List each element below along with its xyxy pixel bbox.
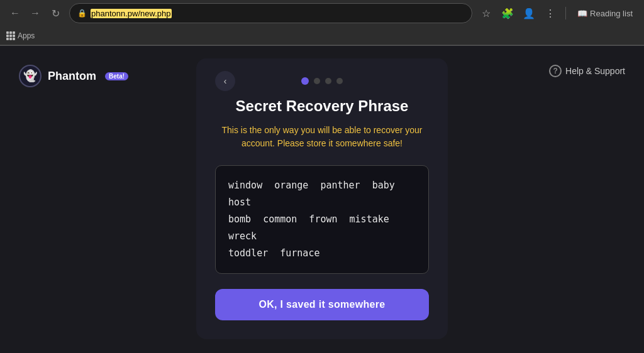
help-icon: ? xyxy=(549,65,562,77)
progress-dot-4 xyxy=(336,78,343,84)
divider xyxy=(565,7,566,19)
card-title: Secret Recovery Phrase xyxy=(215,97,429,115)
lock-icon: 🔒 xyxy=(77,9,87,18)
beta-badge: Beta! xyxy=(105,72,128,80)
phantom-name: Phantom xyxy=(48,70,96,83)
phrase-box: window orange panther baby host bomb com… xyxy=(215,165,429,274)
phrase-line-2: bomb common frown mistake wreck xyxy=(228,211,416,245)
help-support-link[interactable]: ? Help & Support xyxy=(549,65,625,77)
page-content: 👻 Phantom Beta! ? Help & Support ‹ Secre… xyxy=(0,46,644,353)
phantom-icon: 👻 xyxy=(19,65,42,87)
card-header: ‹ xyxy=(215,77,429,85)
progress-dot-3 xyxy=(325,78,331,84)
main-card: ‹ Secret Recovery Phrase This is the onl… xyxy=(196,58,448,339)
back-button[interactable]: ← xyxy=(6,4,24,22)
phrase-line-1: window orange panther baby host xyxy=(228,177,416,211)
bookmarks-bar: Apps xyxy=(0,26,644,45)
reload-button[interactable]: ↻ xyxy=(47,4,64,22)
progress-dots xyxy=(301,77,343,85)
progress-dot-1 xyxy=(301,77,309,85)
url-highlight: phantonn.pw/new.php xyxy=(91,9,172,18)
bookmark-star-button[interactable]: ☆ xyxy=(477,4,495,22)
phrase-line-3: toddler furnace xyxy=(228,245,416,262)
ok-saved-button[interactable]: OK, I saved it somewhere xyxy=(215,289,429,320)
address-bar[interactable]: 🔒 phantonn.pw/new.php xyxy=(69,3,472,23)
reading-list-button[interactable]: 📖 Reading list xyxy=(572,6,638,21)
browser-toolbar: ← → ↻ 🔒 phantonn.pw/new.php ☆ 🧩 👤 ⋮ 📖 Re… xyxy=(0,0,644,26)
reading-list-label: Reading list xyxy=(590,9,633,18)
forward-button[interactable]: → xyxy=(26,4,44,22)
phantom-logo: 👻 Phantom Beta! xyxy=(19,65,128,87)
address-url: phantonn.pw/new.php xyxy=(91,9,172,18)
nav-buttons: ← → ↻ xyxy=(6,4,64,22)
card-back-button[interactable]: ‹ xyxy=(215,71,235,91)
apps-grid-icon xyxy=(6,31,15,40)
menu-button[interactable]: ⋮ xyxy=(541,4,559,22)
reading-list-icon: 📖 xyxy=(577,9,587,18)
card-subtitle: This is the only way you will be able to… xyxy=(215,124,429,150)
progress-dot-2 xyxy=(314,78,320,84)
browser-chrome: ← → ↻ 🔒 phantonn.pw/new.php ☆ 🧩 👤 ⋮ 📖 Re… xyxy=(0,0,644,46)
apps-label: Apps xyxy=(18,31,35,40)
apps-button[interactable]: Apps xyxy=(6,31,35,40)
toolbar-icons: ☆ 🧩 👤 ⋮ 📖 Reading list xyxy=(477,4,638,22)
extensions-button[interactable]: 🧩 xyxy=(499,4,516,22)
phantom-ghost-icon: 👻 xyxy=(23,69,37,83)
help-label: Help & Support xyxy=(565,66,625,76)
profile-button[interactable]: 👤 xyxy=(520,4,538,22)
